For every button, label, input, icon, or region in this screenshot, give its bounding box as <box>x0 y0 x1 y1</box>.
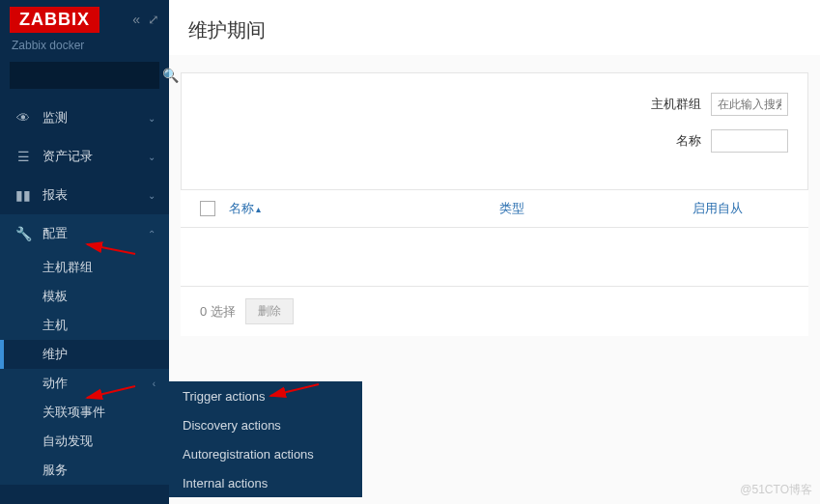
delete-button[interactable]: 删除 <box>245 298 294 324</box>
annotation-arrow-2 <box>82 383 140 403</box>
chevron-down-icon: ⌄ <box>148 152 156 162</box>
main-nav: 👁 监测 ⌄ ☰ 资产记录 ⌄ ▮▮ 报表 ⌄ 🔧 配置 ⌃ <box>0 98 169 253</box>
svg-line-5 <box>270 384 319 396</box>
watermark: @51CTO博客 <box>740 482 812 498</box>
sidebar-header: ZABBIX « ⤢ <box>0 0 169 39</box>
table-header: 名称▴ 类型 启用自从 <box>181 190 808 228</box>
svg-line-1 <box>87 244 135 254</box>
filter-name-label: 名称 <box>676 132 701 150</box>
annotation-arrow-3 <box>266 381 324 401</box>
eye-icon: 👁 <box>14 110 33 126</box>
select-all-checkbox[interactable] <box>200 201 215 216</box>
chevron-right-icon: ‹ <box>153 378 156 389</box>
sort-asc-icon: ▴ <box>256 204 261 214</box>
chevron-down-icon: ⌄ <box>148 190 156 201</box>
filter-row-name: 名称 <box>201 129 788 153</box>
svg-line-3 <box>87 386 135 398</box>
search-icon[interactable]: 🔍 <box>162 68 179 83</box>
filter-name-input[interactable] <box>711 129 788 153</box>
server-name: Zabbix docker <box>0 39 169 62</box>
selection-bar: 0 选择 删除 <box>181 286 808 336</box>
config-submenu: 主机群组 模板 主机 维护 动作 ‹ 关联项事件 自动发现 服务 <box>0 253 169 485</box>
nav-monitoring[interactable]: 👁 监测 ⌄ <box>0 98 169 137</box>
nav-label: 资产记录 <box>42 148 93 165</box>
nav-label: 监测 <box>42 109 68 126</box>
filter-hostgroup-input[interactable] <box>711 93 788 116</box>
flyout-internal-actions[interactable]: Internal actions <box>169 468 362 497</box>
column-name[interactable]: 名称▴ <box>229 200 499 217</box>
collapse-icon[interactable]: « <box>132 12 140 27</box>
column-type[interactable]: 类型 <box>499 200 693 217</box>
chart-icon: ▮▮ <box>14 187 33 203</box>
annotation-arrow-1 <box>82 239 140 259</box>
search-input[interactable] <box>17 69 162 82</box>
nav-inventory[interactable]: ☰ 资产记录 ⌄ <box>0 137 169 176</box>
wrench-icon: 🔧 <box>14 226 33 241</box>
collapse-controls[interactable]: « ⤢ <box>132 12 159 27</box>
fullscreen-icon[interactable]: ⤢ <box>148 12 159 27</box>
filter-hostgroup-label: 主机群组 <box>651 96 701 113</box>
column-enabled-since[interactable]: 启用自从 <box>693 200 743 217</box>
list-icon: ☰ <box>14 149 33 164</box>
search-box[interactable]: 🔍 <box>10 62 159 89</box>
submenu-maintenance[interactable]: 维护 <box>0 340 169 369</box>
submenu-services[interactable]: 服务 <box>0 456 169 485</box>
submenu-discovery[interactable]: 自动发现 <box>0 427 169 456</box>
nav-reports[interactable]: ▮▮ 报表 ⌄ <box>0 176 169 214</box>
chevron-down-icon: ⌄ <box>148 113 156 124</box>
nav-label: 报表 <box>42 186 68 204</box>
page-title: 维护期间 <box>169 0 820 55</box>
flyout-autoregistration-actions[interactable]: Autoregistration actions <box>169 439 362 468</box>
selection-count: 0 选择 <box>200 303 236 321</box>
table-body <box>181 228 808 286</box>
submenu-hosts[interactable]: 主机 <box>0 311 169 340</box>
chevron-up-icon: ⌃ <box>148 229 156 239</box>
filter-panel: 主机群组 名称 <box>181 72 808 190</box>
nav-label: 配置 <box>42 225 68 242</box>
logo[interactable]: ZABBIX <box>10 7 99 33</box>
flyout-discovery-actions[interactable]: Discovery actions <box>169 410 362 439</box>
submenu-templates[interactable]: 模板 <box>0 282 169 311</box>
filter-row-hostgroup: 主机群组 <box>201 93 788 116</box>
